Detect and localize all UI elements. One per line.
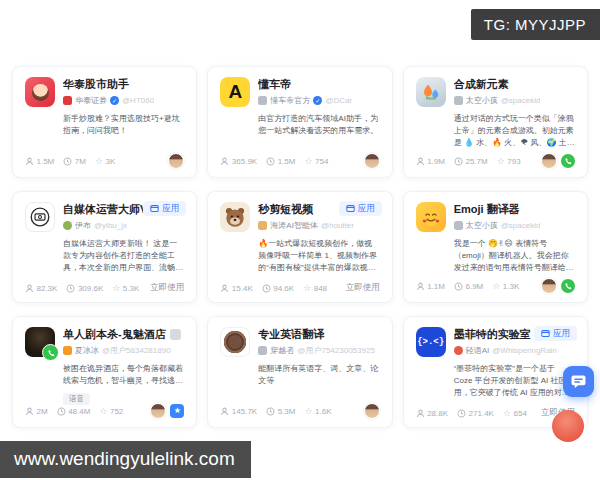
telegram-watermark: TG: MYYJJPP	[471, 9, 600, 40]
stat-favorites: ☆848	[303, 284, 327, 293]
bot-card-element-synth[interactable]: 合成新元素 太空小孩 @spacekid 通过对话的方式玩一个类似「涂鸦上帝」的…	[403, 66, 588, 178]
author-handle: @houtter	[321, 221, 354, 230]
stat-runs: 48.4M	[57, 407, 91, 416]
bot-stats: 1.5M 7M ☆3K	[25, 157, 115, 166]
stat-users: 28.8K	[416, 409, 448, 418]
bot-stats: 1.1M 6.9M ☆1.3K	[416, 282, 520, 291]
bot-author[interactable]: 懂车帝官方 @DCar	[258, 95, 352, 106]
use-now-link[interactable]: 立即使用	[150, 282, 184, 294]
bot-author[interactable]: 华泰证券 @HT060	[63, 95, 154, 106]
bot-avatar-smiley-icon	[416, 202, 446, 232]
bot-description: 我是一个 🤭✌😄 表情符号（emoji）翻译机器人。我会把你发过来的语句用表情符…	[454, 238, 575, 274]
bot-description: 被困在诡异酒店，每个角落都藏着线索与危机，智斗幽灵，寻找逃生之钥，你能...	[63, 363, 184, 387]
clock-icon	[66, 284, 75, 293]
bot-description: 🔥一站式爆款短视频创作，做视频像呼吸一样简单 1、视频制作界的“有图有棱”提供丰…	[258, 238, 379, 274]
bot-stats: 1.9M 25.7M ☆793	[416, 157, 521, 166]
stat-favorites: ☆754	[304, 157, 328, 166]
author-handle: @WhisperingRain	[492, 346, 557, 355]
users-icon	[25, 284, 34, 293]
bot-card-video-clip[interactable]: 应用 秒剪短视频 海涛AI智能体 @houtter 🔥一站式爆款短视频创作，做视…	[207, 191, 392, 303]
use-now-link[interactable]: 立即使用	[346, 282, 380, 294]
creator-avatar	[364, 153, 380, 169]
stat-favorites: ☆654	[503, 409, 527, 418]
author-name: 海涛AI智能体	[270, 220, 318, 231]
blue-app-icon[interactable]: ★	[170, 404, 184, 418]
bot-author[interactable]: 伊布 @yibu_jx	[63, 220, 153, 231]
clock-icon	[63, 157, 72, 166]
bot-author[interactable]: 夏冰冰 @用户5834281890	[63, 345, 181, 356]
author-logo-icon	[258, 96, 267, 105]
stat-runs: 309.6K	[66, 284, 103, 293]
app-type-badge: 应用	[339, 201, 382, 216]
bot-card-english-translation[interactable]: 专业英语翻译 穿越者 @用户754230053925 能翻译所有英语字、词、文章…	[207, 316, 392, 428]
bot-description: 能翻译所有英语字、词、文章、论文等	[258, 363, 379, 387]
stat-runs: 7M	[63, 157, 86, 166]
stat-users: 82.3K	[25, 284, 57, 293]
creator-avatar	[364, 403, 380, 419]
author-name: 懂车帝官方	[270, 95, 310, 106]
stat-favorites: ☆3K	[95, 157, 115, 166]
clock-icon	[454, 282, 463, 291]
author-logo-icon	[63, 96, 72, 105]
bot-avatar-seal-icon	[220, 327, 250, 357]
chat-fab-button[interactable]	[563, 366, 594, 397]
stat-users: 1.9M	[416, 157, 445, 166]
author-handle: @spacekid	[501, 221, 541, 230]
bot-card-huatai-stock[interactable]: 华泰股市助手 华泰证券 @HT060 新手炒股难？实用选股技巧+避坑指南，问问我…	[12, 66, 197, 178]
stat-favorites: ☆5.3K	[112, 284, 139, 293]
bot-card-media-master[interactable]: 应用 自媒体运营大师V2 伊布 @yibu_jx 自媒体运营大师更新啦！ 这是一…	[12, 191, 197, 303]
bot-card-murder-mystery[interactable]: 单人剧本杀-鬼魅酒店 夏冰冰 @用户5834281890 被困在诡异酒店，每个角…	[12, 316, 197, 428]
author-logo-icon	[454, 221, 463, 230]
title-badge-icon	[170, 329, 181, 340]
bot-stats: 365.9K 1.5M ☆754	[220, 157, 328, 166]
verified-icon	[110, 96, 119, 105]
website-watermark: www.wendingyulelink.com	[0, 441, 251, 478]
bot-card-emoji-translator[interactable]: Emoji 翻译器 太空小孩 @spacekid 我是一个 🤭✌😄 表情符号（e…	[403, 191, 588, 303]
bot-stats: 28.8K 271.4K ☆654	[416, 409, 527, 418]
green-contact-icon[interactable]	[561, 154, 575, 168]
star-icon: ☆	[95, 157, 103, 166]
doodle-money-icon	[29, 206, 51, 228]
author-logo-icon	[63, 221, 72, 230]
stat-runs: 1.5M	[266, 157, 295, 166]
author-logo-icon	[258, 221, 267, 230]
app-type-badge: 应用	[534, 326, 577, 341]
bot-card-dongchedi[interactable]: A 懂车帝 懂车帝官方 @DCar 由官方打造的汽车领域AI助手，为您一站式解决…	[207, 66, 392, 178]
stat-runs: 25.7M	[454, 157, 488, 166]
author-handle: @HT060	[122, 96, 154, 105]
bot-author[interactable]: 穿越者 @用户754230053925	[258, 345, 375, 356]
creator-avatar	[541, 153, 557, 169]
stat-favorites: ☆793	[497, 157, 521, 166]
app-window-icon	[541, 329, 550, 338]
author-handle: @用户5834281890	[102, 345, 171, 356]
green-contact-icon[interactable]	[561, 279, 575, 293]
author-name: 华泰证券	[75, 95, 107, 106]
stat-users: 15.4K	[220, 284, 252, 293]
stat-runs: 271.4K	[457, 409, 494, 418]
author-name: 太空小孩	[466, 95, 498, 106]
bot-avatar-elements-icon	[416, 77, 446, 107]
bot-title: 单人剧本杀-鬼魅酒店	[63, 328, 181, 341]
bot-title: 专业英语翻译	[258, 328, 375, 341]
bot-title: 华泰股市助手	[63, 78, 154, 91]
bot-author[interactable]: 海涛AI智能体 @houtter	[258, 220, 354, 231]
star-icon: ☆	[303, 284, 311, 293]
clock-icon	[457, 409, 466, 418]
users-icon	[220, 407, 229, 416]
stat-users: 365.9K	[220, 157, 257, 166]
bot-author[interactable]: 太空小孩 @spacekid	[454, 95, 541, 106]
bot-author[interactable]: 太空小孩 @spacekid	[454, 220, 541, 231]
bot-description: 新手炒股难？实用选股技巧+避坑指南，问问我吧！	[63, 113, 184, 137]
app-window-icon	[346, 204, 355, 213]
bot-author[interactable]: 轻语AI @WhisperingRain	[454, 345, 557, 356]
support-avatar-button[interactable]	[552, 410, 584, 442]
stat-users: 2M	[25, 407, 48, 416]
voice-call-icon	[42, 344, 59, 361]
bot-description: 通过对话的方式玩一个类似「涂鸦上帝」的元素合成游戏。初始元素是 💧 水、🔥 火、…	[454, 113, 575, 149]
creator-avatar	[168, 153, 184, 169]
bot-card-grid: 华泰股市助手 华泰证券 @HT060 新手炒股难？实用选股技巧+避坑指南，问问我…	[12, 66, 588, 428]
bot-avatar-doodle-icon	[25, 202, 55, 232]
author-name: 夏冰冰	[75, 345, 99, 356]
bot-stats: 15.4K 94.6K ☆848	[220, 284, 327, 293]
verified-icon	[313, 96, 322, 105]
